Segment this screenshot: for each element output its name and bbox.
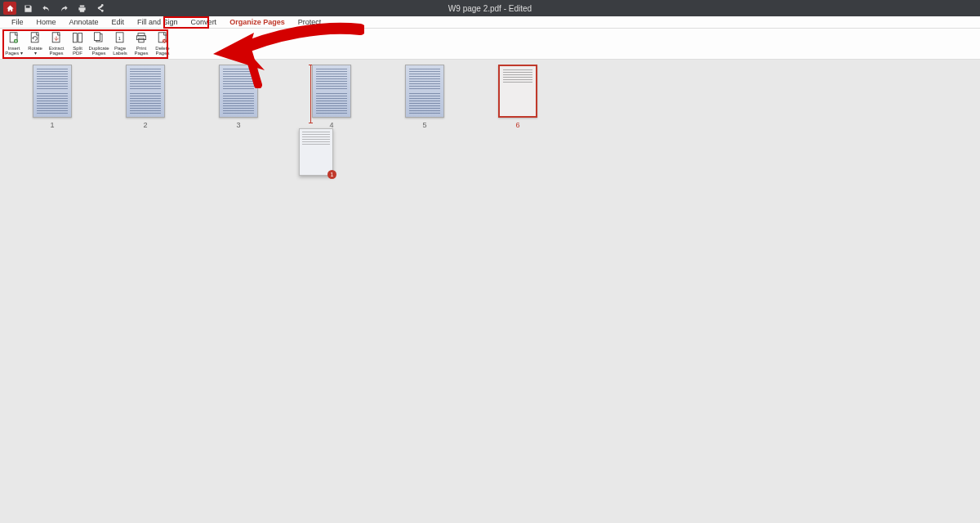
print-pages-icon	[136, 32, 147, 45]
duplicate-pages-button[interactable]: Duplicate Pages	[88, 30, 109, 58]
menu-protect[interactable]: Protect	[292, 17, 328, 27]
page-number: 5	[422, 121, 426, 129]
duplicate-pages-icon	[93, 32, 105, 45]
toolbar: Insert Pages ▾ Rotate ▾ Extract Pages Sp…	[0, 29, 980, 60]
menu-fill-sign[interactable]: Fill and Sign	[131, 17, 185, 27]
rotate-icon	[29, 32, 41, 45]
delete-pages-icon	[157, 32, 168, 45]
menubar: File Home Annotate Edit Fill and Sign Co…	[0, 16, 980, 29]
svg-rect-12	[139, 38, 144, 42]
page-thumb[interactable]	[312, 65, 351, 118]
split-pdf-icon	[72, 32, 83, 45]
svg-rect-4	[73, 33, 77, 42]
svg-rect-11	[136, 35, 145, 39]
page-labels-button[interactable]: 1 Page Labels	[109, 30, 131, 58]
undo-icon[interactable]	[39, 2, 52, 15]
share-icon[interactable]	[93, 2, 106, 15]
svg-rect-10	[138, 33, 145, 35]
tool-label: Duplicate Pages	[88, 46, 109, 56]
home-icon[interactable]	[3, 2, 16, 15]
tool-label: Page Labels	[113, 46, 127, 56]
page-thumbnail-5[interactable]: 5	[405, 65, 444, 129]
page-labels-icon: 1	[114, 32, 126, 45]
delete-pages-button[interactable]: Delete Pages	[152, 30, 173, 58]
page-thumbnail-4[interactable]: 4	[312, 65, 351, 129]
tool-label: Extract Pages	[49, 46, 65, 56]
insert-cursor	[310, 65, 311, 123]
rotate-button[interactable]: Rotate ▾	[24, 30, 46, 58]
tool-label: Insert Pages ▾	[5, 46, 23, 56]
print-pages-button[interactable]: Print Pages	[131, 30, 152, 58]
svg-text:1: 1	[118, 35, 121, 40]
titlebar: W9 page 2.pdf - Edited	[0, 0, 980, 16]
page-thumbnail-3[interactable]: 3	[219, 65, 258, 129]
page-number: 3	[236, 121, 240, 129]
svg-rect-7	[94, 32, 100, 40]
svg-rect-3	[52, 32, 60, 42]
split-pdf-button[interactable]: Split PDF	[67, 30, 88, 58]
document-title: W9 page 2.pdf - Edited	[448, 4, 532, 13]
redo-icon[interactable]	[57, 2, 70, 15]
thumbnail-row: 1 2 3 4 5 6	[33, 65, 964, 129]
menu-organize-pages[interactable]: Organize Pages	[223, 17, 292, 27]
page-thumb[interactable]	[33, 65, 72, 118]
page-thumbnail-2[interactable]: 2	[126, 65, 165, 129]
page-thumb[interactable]	[219, 65, 258, 118]
titlebar-icons	[0, 2, 106, 15]
menu-home[interactable]: Home	[30, 17, 63, 27]
insert-pages-icon	[8, 32, 20, 45]
thumbnail-area[interactable]: 1 2 3 4 5 6 1	[0, 60, 980, 523]
page-number: 1	[50, 121, 54, 129]
svg-rect-2	[31, 32, 38, 42]
svg-rect-5	[78, 33, 82, 42]
tool-label: Split PDF	[73, 46, 82, 56]
menu-edit[interactable]: Edit	[105, 17, 131, 27]
toolbar-group: Insert Pages ▾ Rotate ▾ Extract Pages Sp…	[3, 30, 173, 58]
page-number: 6	[515, 121, 519, 129]
menu-convert[interactable]: Convert	[185, 17, 224, 27]
page-thumbnail-1[interactable]: 1	[33, 65, 72, 129]
page-number: 2	[143, 121, 147, 129]
save-icon[interactable]	[21, 2, 34, 15]
dragged-page-preview[interactable]: 1	[299, 128, 333, 176]
print-icon[interactable]	[75, 2, 88, 15]
page-thumb[interactable]	[405, 65, 444, 118]
page-thumb-selected[interactable]	[498, 65, 537, 118]
extract-pages-icon	[51, 32, 62, 45]
tool-label: Rotate ▾	[28, 46, 42, 56]
drag-count-badge: 1	[327, 170, 336, 179]
page-thumb[interactable]	[126, 65, 165, 118]
extract-pages-button[interactable]: Extract Pages	[46, 30, 67, 58]
menu-file[interactable]: File	[5, 17, 30, 27]
tool-label: Delete Pages	[155, 46, 169, 56]
insert-pages-button[interactable]: Insert Pages ▾	[3, 30, 24, 58]
menu-annotate[interactable]: Annotate	[63, 17, 105, 27]
tool-label: Print Pages	[134, 46, 148, 56]
page-thumbnail-6[interactable]: 6	[498, 65, 537, 129]
